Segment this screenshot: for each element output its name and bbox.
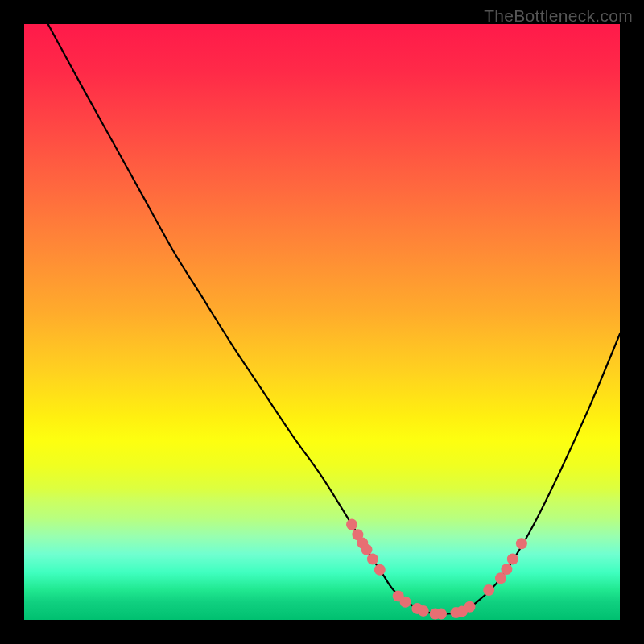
watermark-text: TheBottleneck.com xyxy=(484,6,633,26)
chart-canvas xyxy=(24,24,620,620)
marker-group xyxy=(346,519,527,620)
curve-marker xyxy=(501,564,512,575)
curve-marker xyxy=(374,564,386,576)
bottleneck-curve xyxy=(48,24,620,614)
curve-marker xyxy=(400,597,411,608)
curve-marker xyxy=(361,544,373,555)
curve-marker xyxy=(516,538,527,549)
curve-marker xyxy=(418,605,429,617)
curve-marker xyxy=(464,601,476,613)
curve-svg xyxy=(24,24,620,620)
curve-marker xyxy=(483,584,494,596)
curve-marker xyxy=(507,554,518,565)
curve-marker xyxy=(346,519,357,530)
curve-marker xyxy=(367,554,378,565)
curve-marker xyxy=(436,609,447,620)
